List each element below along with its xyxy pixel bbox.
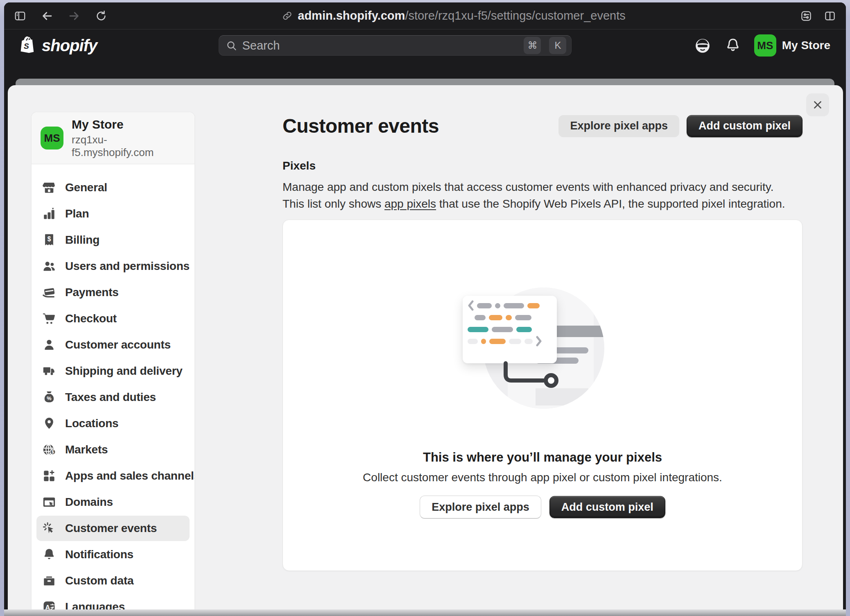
split-view-icon[interactable] <box>824 10 836 22</box>
svg-text:A: A <box>45 604 50 609</box>
map-pin-icon <box>42 417 56 430</box>
reload-icon[interactable] <box>95 10 107 22</box>
link-icon <box>282 10 293 21</box>
global-search[interactable]: ⌘ K <box>219 35 572 56</box>
sidebar-item-label: Checkout <box>65 312 117 325</box>
search-input[interactable] <box>242 39 519 52</box>
sidebar-item-label: Billing <box>65 233 99 247</box>
sidebar-item-customer-events[interactable]: Customer events <box>36 516 190 541</box>
sidebar-toggle-icon[interactable] <box>14 10 26 22</box>
sidekick-icon[interactable] <box>694 36 712 54</box>
browser-toolbar: admin.shopify.com/store/rzq1xu-f5/settin… <box>4 2 846 29</box>
back-icon[interactable] <box>41 10 53 22</box>
empty-state-subtext: Collect customer events through app pixe… <box>363 471 722 484</box>
sidebar-item-label: Apps and sales channels <box>65 469 195 482</box>
translate-icon: A <box>42 600 56 609</box>
search-icon <box>226 40 237 51</box>
explore-pixel-apps-button[interactable]: Explore pixel apps <box>558 115 679 137</box>
sidebar-item-domains[interactable]: Domains <box>36 489 190 515</box>
empty-state-heading: This is where you’ll manage your pixels <box>423 450 662 465</box>
sidebar-item-label: Customer events <box>65 522 157 535</box>
sidebar-item-label: Notifications <box>65 548 133 561</box>
description-text: that use the Shopify Web Pixels API, the… <box>436 197 785 210</box>
browser-window-icon <box>42 495 56 509</box>
sidebar-item-customer-accounts[interactable]: Customer accounts <box>36 332 190 358</box>
sidebar-item-languages[interactable]: A Languages <box>36 594 190 609</box>
sidebar-item-custom-data[interactable]: Custom data <box>36 568 190 593</box>
account-menu[interactable]: MS My Store <box>754 34 830 57</box>
sidebar-item-label: General <box>65 181 107 194</box>
settings-content: Customer events Explore pixel apps Add c… <box>283 85 803 609</box>
settings-modal: MS My Store rzq1xu-f5.myshopify.com Gene… <box>8 85 843 609</box>
shopify-bag-icon: S <box>20 36 38 55</box>
store-card[interactable]: MS My Store rzq1xu-f5.myshopify.com <box>32 112 194 164</box>
address-bar[interactable]: admin.shopify.com/store/rzq1xu-f5/settin… <box>107 9 800 23</box>
settings-modal-backdrop: MS My Store rzq1xu-f5.myshopify.com Gene… <box>4 61 846 616</box>
sidebar-item-taxes[interactable]: % Taxes and duties <box>36 385 190 410</box>
sidebar-item-label: Taxes and duties <box>65 391 156 404</box>
forward-icon[interactable] <box>68 10 80 22</box>
sidebar-item-locations[interactable]: Locations <box>36 411 190 436</box>
cursor-click-icon <box>42 521 56 535</box>
data-box-icon <box>42 574 56 588</box>
explore-pixel-apps-button[interactable]: Explore pixel apps <box>420 496 541 519</box>
sidebar-item-shipping[interactable]: Shipping and delivery <box>36 358 190 384</box>
sidebar-item-label: Payments <box>65 286 119 299</box>
sidebar-item-label: Shipping and delivery <box>65 365 183 378</box>
sidebar-item-label: Locations <box>65 417 118 430</box>
settings-nav: General Plan $ Billing <box>32 164 194 609</box>
bell-icon <box>42 548 56 562</box>
sidebar-item-payments[interactable]: Payments <box>36 280 190 305</box>
apps-grid-icon <box>42 469 56 483</box>
sidebar-item-billing[interactable]: $ Billing <box>36 227 190 253</box>
sidebar-item-label: Markets <box>65 443 108 456</box>
app-header: S shopify ⌘ K <box>4 29 846 61</box>
add-custom-pixel-button[interactable]: Add custom pixel <box>549 496 665 518</box>
shopify-wordmark: shopify <box>42 36 97 55</box>
url-host: admin.shopify.com <box>298 9 405 22</box>
connector-line <box>407 273 678 445</box>
url-path: /store/rzq1xu-f5/settings/customer_event… <box>405 9 625 22</box>
page-settings-icon[interactable] <box>800 10 812 22</box>
sidebar-item-checkout[interactable]: Checkout <box>36 306 190 331</box>
kbd-k: K <box>549 37 566 54</box>
billing-receipt-icon: $ <box>42 233 56 247</box>
notifications-bell-icon[interactable] <box>725 37 741 54</box>
sidebar-item-label: Custom data <box>65 574 133 587</box>
store-avatar: MS <box>754 34 776 57</box>
sidebar-item-users-permissions[interactable]: Users and permissions <box>36 254 190 279</box>
settings-sidebar: MS My Store rzq1xu-f5.myshopify.com Gene… <box>31 112 195 609</box>
globe-dollar-icon: $ <box>42 443 56 457</box>
person-icon <box>42 338 56 352</box>
window-bottom-edge <box>4 609 846 616</box>
sidebar-item-apps-channels[interactable]: Apps and sales channels <box>36 463 190 489</box>
sidebar-item-markets[interactable]: $ Markets <box>36 437 190 462</box>
svg-text:%: % <box>47 395 51 401</box>
svg-text:$: $ <box>52 449 54 454</box>
svg-text:$: $ <box>47 236 51 242</box>
pixels-illustration <box>407 273 678 445</box>
sidebar-item-plan[interactable]: Plan <box>36 201 190 226</box>
app-pixels-link[interactable]: app pixels <box>384 197 436 210</box>
svg-text:S: S <box>24 42 29 50</box>
plan-chart-icon <box>42 207 56 221</box>
sidebar-item-notifications[interactable]: Notifications <box>36 542 190 567</box>
store-avatar: MS <box>41 127 63 149</box>
sidebar-item-general[interactable]: General <box>36 175 190 200</box>
kbd-cmd: ⌘ <box>524 37 541 54</box>
shopify-logo[interactable]: S shopify <box>20 36 97 55</box>
users-icon <box>42 259 56 273</box>
pixels-empty-state-card: This is where you’ll manage your pixels … <box>283 220 803 571</box>
truck-icon <box>42 364 56 378</box>
store-domain: rzq1xu-f5.myshopify.com <box>72 134 185 159</box>
sidebar-item-label: Domains <box>65 496 113 509</box>
payments-icon <box>42 285 56 299</box>
pixels-section-description: Manage app and custom pixels that access… <box>283 179 792 212</box>
browser-window: admin.shopify.com/store/rzq1xu-f5/settin… <box>4 2 846 616</box>
close-button[interactable] <box>806 93 829 116</box>
add-custom-pixel-button[interactable]: Add custom pixel <box>687 115 803 137</box>
store-name: My Store <box>72 118 185 131</box>
sidebar-item-label: Customer accounts <box>65 338 171 351</box>
sidebar-item-label: Users and permissions <box>65 260 190 273</box>
close-icon <box>812 99 824 111</box>
